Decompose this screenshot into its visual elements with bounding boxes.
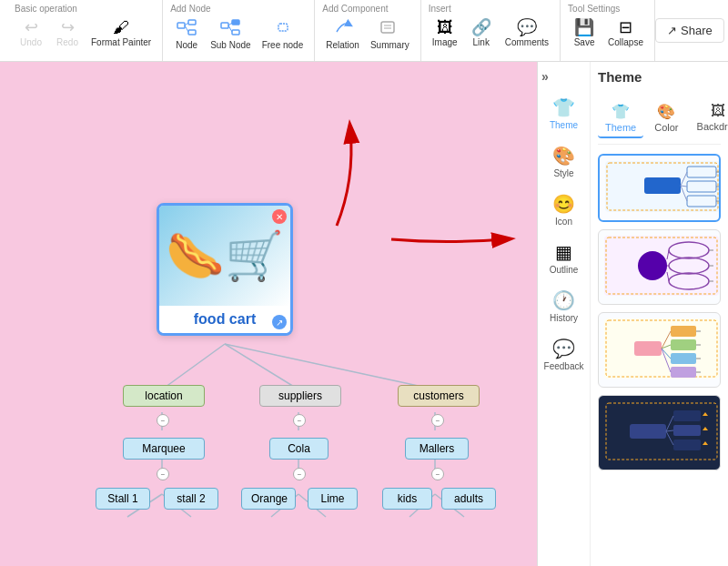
theme-card-3[interactable] bbox=[598, 312, 721, 388]
side-icon-theme[interactable]: 👕 Theme bbox=[541, 91, 587, 136]
marquee-label: Marquee bbox=[142, 442, 185, 455]
side-icon-history[interactable]: 🕐 History bbox=[541, 284, 587, 328]
stall2-node[interactable]: stall 2 bbox=[164, 488, 218, 510]
cola-node[interactable]: Cola bbox=[269, 438, 329, 460]
panel-collapse-button[interactable]: » bbox=[541, 69, 549, 84]
free-node-icon bbox=[272, 19, 292, 38]
feedback-side-icon: 💬 bbox=[552, 338, 575, 359]
side-icons-strip: » 👕 Theme 🎨 Style 😊 Icon ▦ Outline 🕐 His… bbox=[538, 62, 591, 566]
link-icon: 🔗 bbox=[471, 19, 491, 35]
add-component-items: Relation Summary bbox=[322, 17, 413, 52]
marquee-collapse[interactable]: − bbox=[157, 468, 169, 480]
collapse-label: Collapse bbox=[608, 37, 643, 47]
undo-button[interactable]: ↩ Undo bbox=[15, 17, 47, 49]
side-icon-style[interactable]: 🎨 Style bbox=[541, 139, 587, 184]
mallers-collapse[interactable]: − bbox=[431, 468, 444, 480]
svg-rect-73 bbox=[673, 440, 701, 450]
add-node-label: Add Node bbox=[170, 4, 210, 14]
mallers-label: Mallers bbox=[420, 442, 455, 455]
node-button[interactable]: Node bbox=[170, 17, 203, 52]
root-node-label: food cart bbox=[159, 306, 290, 333]
marquee-node[interactable]: Marquee bbox=[123, 438, 205, 460]
share-label: Share bbox=[681, 24, 713, 37]
customers-node[interactable]: customers bbox=[398, 385, 480, 407]
stall1-node[interactable]: Stall 1 bbox=[96, 488, 150, 510]
svg-rect-72 bbox=[673, 425, 701, 436]
summary-button[interactable]: Summary bbox=[367, 17, 413, 52]
location-collapse[interactable]: − bbox=[157, 414, 169, 427]
theme-card-2[interactable] bbox=[598, 229, 721, 305]
undo-label: Undo bbox=[20, 37, 42, 47]
customers-collapse[interactable]: − bbox=[431, 414, 444, 427]
theme-side-label: Theme bbox=[550, 120, 578, 130]
free-node-label: Free node bbox=[262, 40, 304, 50]
format-painter-button[interactable]: 🖌 Format Painter bbox=[87, 17, 155, 49]
suppliers-label: suppliers bbox=[278, 389, 322, 402]
style-side-label: Style bbox=[553, 168, 573, 178]
relation-label: Relation bbox=[326, 40, 359, 50]
stall1-label: Stall 1 bbox=[107, 492, 137, 505]
comments-button[interactable]: 💬 Comments bbox=[501, 17, 552, 49]
cola-label: Cola bbox=[288, 442, 310, 455]
svg-rect-1 bbox=[188, 20, 196, 25]
side-icon-icon[interactable]: 😊 Icon bbox=[541, 187, 587, 232]
free-node-button[interactable]: Free node bbox=[258, 17, 308, 52]
location-node[interactable]: location bbox=[123, 385, 205, 407]
history-side-label: History bbox=[550, 313, 578, 323]
theme-panel-header: Theme bbox=[598, 69, 721, 92]
tab-theme-label: Theme bbox=[605, 122, 636, 133]
svg-rect-10 bbox=[278, 24, 288, 31]
adults-label: adults bbox=[454, 492, 483, 505]
icon-side-label: Icon bbox=[555, 217, 572, 227]
svg-line-9 bbox=[228, 25, 232, 32]
side-icon-feedback[interactable]: 💬 Feedback bbox=[541, 332, 587, 377]
lime-node[interactable]: Lime bbox=[308, 488, 358, 510]
redo-button[interactable]: ↪ Redo bbox=[51, 17, 84, 49]
share-button[interactable]: ↗ Share bbox=[655, 18, 724, 43]
feedback-side-label: Feedback bbox=[544, 361, 584, 371]
expand-icon[interactable]: ↗ bbox=[272, 315, 287, 329]
right-panel: » 👕 Theme 🎨 Style 😊 Icon ▦ Outline 🕐 His… bbox=[537, 62, 728, 566]
suppliers-collapse[interactable]: − bbox=[293, 414, 306, 427]
sub-node-button[interactable]: Sub Node bbox=[207, 17, 254, 52]
kids-node[interactable]: kids bbox=[382, 488, 432, 510]
theme-panel: Theme 👕 Theme 🎨 Color 🖼 Backdrop bbox=[591, 62, 728, 566]
close-icon[interactable]: ✕ bbox=[272, 209, 287, 224]
canvas[interactable]: ✕ 🌭🛒 food cart ↗ location − Marquee − St… bbox=[0, 62, 537, 566]
image-label: Image bbox=[432, 37, 458, 47]
tab-theme[interactable]: 👕 Theme bbox=[598, 99, 643, 138]
image-button[interactable]: 🖼 Image bbox=[429, 17, 461, 49]
sub-node-icon bbox=[220, 19, 240, 38]
root-node[interactable]: ✕ 🌭🛒 food cart ↗ bbox=[157, 203, 293, 336]
theme-card-1[interactable] bbox=[598, 154, 721, 222]
comments-icon: 💬 bbox=[517, 19, 537, 35]
link-button[interactable]: 🔗 Link bbox=[465, 17, 498, 49]
toolbar: Basic operation ↩ Undo ↪ Redo 🖌 Format P… bbox=[0, 0, 728, 62]
style-side-icon: 🎨 bbox=[552, 145, 575, 167]
link-label: Link bbox=[473, 37, 490, 47]
tab-color[interactable]: 🎨 Color bbox=[647, 99, 685, 138]
suppliers-node[interactable]: suppliers bbox=[259, 385, 341, 407]
stall2-label: stall 2 bbox=[177, 492, 205, 505]
relation-button[interactable]: Relation bbox=[322, 17, 363, 52]
svg-rect-71 bbox=[673, 410, 701, 421]
format-painter-label: Format Painter bbox=[91, 37, 151, 47]
svg-line-16 bbox=[225, 344, 435, 389]
adults-node[interactable]: adults bbox=[441, 488, 496, 510]
mallers-node[interactable]: Mallers bbox=[405, 438, 469, 460]
theme-side-icon: 👕 bbox=[552, 96, 575, 118]
summary-icon bbox=[379, 19, 399, 38]
theme-card-4[interactable] bbox=[598, 395, 721, 470]
side-icon-outline[interactable]: ▦ Outline bbox=[541, 236, 587, 280]
svg-rect-58 bbox=[671, 353, 696, 364]
lime-label: Lime bbox=[320, 492, 344, 505]
collapse-button[interactable]: ⊟ Collapse bbox=[604, 17, 647, 49]
history-side-icon: 🕐 bbox=[552, 289, 575, 311]
save-button[interactable]: 💾 Save bbox=[568, 17, 601, 49]
cola-collapse[interactable]: − bbox=[293, 468, 306, 480]
tab-backdrop[interactable]: 🖼 Backdrop bbox=[690, 99, 728, 138]
basic-operation-group: Basic operation ↩ Undo ↪ Redo 🖌 Format P… bbox=[7, 0, 163, 61]
tool-settings-label: Tool Settings bbox=[568, 4, 620, 14]
orange-node[interactable]: Orange bbox=[241, 488, 296, 510]
svg-rect-0 bbox=[177, 23, 185, 28]
